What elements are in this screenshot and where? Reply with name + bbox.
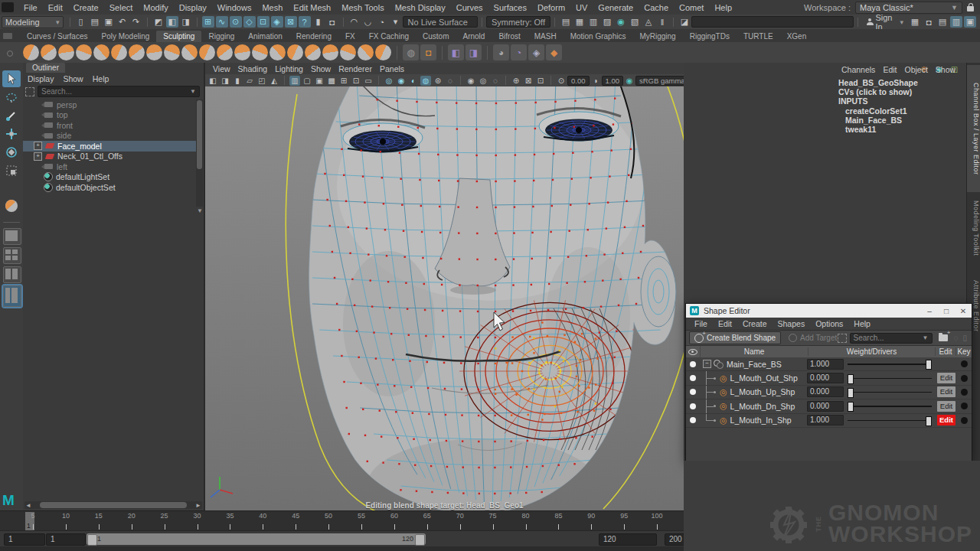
select-hierarchy-mode-icon[interactable]: ◩	[152, 16, 165, 28]
outliner-item-left[interactable]: left	[23, 161, 196, 172]
select-component-mode-icon[interactable]: ◨	[180, 16, 192, 28]
key-toggle[interactable]	[961, 375, 968, 382]
shelf-tab-arnold[interactable]: Arnold	[456, 31, 492, 42]
paint-select-tool-icon[interactable]	[2, 107, 21, 124]
input-operations-icon[interactable]: ◠	[348, 16, 361, 28]
channel-tweak11[interactable]: tweak11	[838, 125, 961, 134]
rotate-tool-icon[interactable]	[2, 144, 21, 161]
outliner-item-side[interactable]: side	[23, 131, 196, 142]
single-pane-layout-icon[interactable]	[3, 228, 21, 245]
shape-row-l-mouth-up-shp[interactable]: ◎L_Mouth_Up_Shp0.000Edit	[686, 386, 972, 399]
menu-lighting[interactable]: Lighting	[273, 64, 309, 73]
outliner-item-defaultlightset[interactable]: defaultLightSet	[23, 172, 196, 183]
edit-target-button[interactable]: Edit	[937, 373, 956, 383]
snap-curve-icon[interactable]: ∿	[216, 16, 228, 28]
textured-ball-icon[interactable]: ◐	[408, 76, 419, 86]
material-override-icon[interactable]: ◍	[420, 76, 431, 86]
sculpt-brush-icon-13[interactable]	[234, 44, 250, 60]
sculpt-brush-icon-17[interactable]	[305, 44, 321, 60]
shelf-tab-animation[interactable]: Animation	[241, 31, 289, 42]
channel-head-bs-geoshape[interactable]: Head_BS_GeoShape	[838, 78, 961, 87]
workspace-lock-icon[interactable]	[967, 6, 974, 11]
edit-target-button[interactable]: Edit	[937, 415, 956, 425]
menu-set-dropdown[interactable]: Modeling ▾	[2, 16, 64, 28]
output-operations-icon[interactable]: ◡	[362, 16, 374, 28]
menu-deform[interactable]: Deform	[532, 3, 570, 12]
default-lighting-icon[interactable]: ◉	[466, 76, 476, 86]
channel-createcolorset1[interactable]: createColorSet1	[838, 106, 961, 116]
range-start-handle[interactable]	[87, 534, 97, 546]
isolate-select-icon[interactable]: ⊕	[511, 76, 521, 86]
weight-value-field[interactable]: 0.000	[807, 401, 844, 412]
sculpt-brush-icon-18[interactable]	[322, 44, 338, 60]
scale-tool-icon[interactable]	[2, 162, 21, 179]
side-tab-modeling-toolkit[interactable]: Modeling Toolkit	[967, 185, 980, 271]
minimize-button[interactable]: –	[921, 304, 938, 318]
menu-modify[interactable]: Modify	[138, 3, 173, 12]
cut-icon[interactable]: ◬	[642, 16, 655, 28]
sculpt-brush-icon-1[interactable]	[23, 44, 39, 60]
color-management-icon[interactable]: ◉	[624, 76, 635, 86]
shape-editor-search[interactable]: Search... ▼	[850, 333, 933, 344]
menu-cache[interactable]: Cache	[639, 3, 674, 12]
sculpt-brush-icon-14[interactable]	[252, 44, 268, 60]
last-used-sculpt-tool-icon[interactable]	[2, 197, 21, 214]
outliner-tab[interactable]: Outliner	[26, 63, 65, 73]
exposure-field[interactable]: 0.00	[567, 76, 590, 86]
shape-row-main-face-bs[interactable]: −Main_Face_BS1.000	[686, 357, 972, 371]
menu-surfaces[interactable]: Surfaces	[488, 3, 532, 12]
weight-slider[interactable]	[848, 359, 932, 369]
edit-target-button[interactable]: Edit	[937, 401, 956, 412]
sculpt-brush-icon-12[interactable]	[217, 44, 233, 60]
maximize-button[interactable]: □	[938, 304, 955, 318]
playback-start-field[interactable]: 1	[46, 533, 86, 546]
render-settings-icon[interactable]: ▨	[601, 16, 613, 28]
sculpt-brush-icon-16[interactable]	[287, 44, 303, 60]
menu-mesh-tools[interactable]: Mesh Tools	[336, 3, 389, 12]
symmetry-sphere-icon[interactable]: ◕	[493, 44, 509, 60]
key-toggle[interactable]	[961, 360, 968, 367]
snap-help-icon[interactable]: ?	[299, 16, 311, 28]
menu-uv[interactable]: UV	[570, 3, 593, 12]
save-scene-icon[interactable]: ▣	[103, 16, 115, 28]
plugin-shading-icon[interactable]: ◌	[445, 76, 456, 86]
all-lights-icon[interactable]: ◎	[478, 76, 488, 86]
scroll-left-icon[interactable]: ◄	[24, 502, 32, 509]
scroll-right-icon[interactable]: ►	[194, 502, 202, 509]
eraser-icon[interactable]: ◆	[546, 44, 562, 60]
outliner-horizontal-scrollbar[interactable]: ◄ ►	[24, 501, 202, 509]
bookmark-icon[interactable]: ▮	[232, 76, 243, 86]
gamma-field[interactable]: 1.00	[602, 76, 624, 86]
wireframe-display-icon[interactable]: ▥	[289, 76, 300, 86]
four-pane-layout-icon[interactable]	[3, 247, 21, 264]
select-camera-icon[interactable]: ◧	[207, 76, 218, 86]
undo-icon[interactable]: ↶	[116, 16, 129, 28]
sculpt-brush-icon-8[interactable]	[146, 44, 162, 60]
menu-edit[interactable]: Edit	[43, 3, 68, 12]
shelf-tab-xgen[interactable]: XGen	[780, 31, 814, 42]
outliner-item-neck-01-ctl-offs[interactable]: +Neck_01_Ctl_Offs	[23, 152, 196, 162]
resolution-gate-icon[interactable]: ▭	[363, 76, 374, 86]
snap-point-icon[interactable]: ⊙	[230, 16, 242, 28]
sculpt-brush-icon-4[interactable]	[76, 44, 92, 60]
sculpt-brush-icon-5[interactable]	[93, 44, 109, 60]
delete-icon[interactable]: ▯	[962, 334, 967, 342]
grid-display-icon[interactable]: ⊞	[338, 76, 349, 86]
shadows-icon[interactable]: ◌	[490, 76, 501, 86]
film-gate-icon[interactable]: ⊡	[351, 76, 361, 86]
outliner-item-front[interactable]: front	[23, 120, 196, 131]
visibility-toggle[interactable]	[690, 389, 696, 395]
visibility-toggle[interactable]	[690, 417, 696, 423]
show-channelbox-icon[interactable]: ▥	[950, 16, 962, 28]
shelf-tab-poly-modeling[interactable]: Poly Modeling	[94, 31, 156, 42]
menu-generate[interactable]: Generate	[593, 3, 639, 12]
xray-icon[interactable]: ⊠	[523, 76, 534, 86]
lasso-select-tool-icon[interactable]	[2, 89, 21, 106]
menu-help[interactable]: Help	[848, 319, 876, 328]
flood-icon[interactable]: ◔	[511, 44, 527, 60]
live-surface-field[interactable]: No Live Surface	[403, 16, 478, 28]
menu-shading[interactable]: Shading	[237, 64, 274, 73]
history-caret-icon[interactable]: ▾	[390, 16, 402, 28]
menu-show[interactable]: Show	[309, 64, 337, 73]
character-icon[interactable]: ◨	[466, 44, 482, 60]
